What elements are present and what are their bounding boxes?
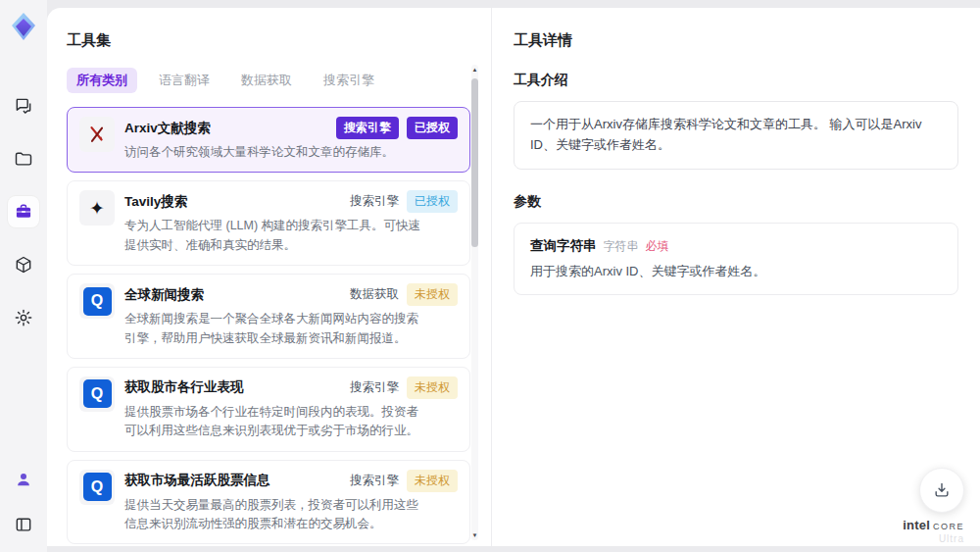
- param-type: 字符串: [604, 238, 639, 255]
- tab-data-fetch[interactable]: 数据获取: [231, 68, 302, 93]
- intro-card: 一个用于从Arxiv存储库搜索科学论文和文章的工具。 输入可以是Arxiv ID…: [514, 101, 958, 170]
- category-label: 数据获取: [350, 286, 399, 303]
- toolbox-icon[interactable]: [8, 196, 39, 227]
- page-title: 工具集: [67, 31, 491, 50]
- tab-language-translation[interactable]: 语言翻译: [149, 68, 220, 93]
- tool-card-tavily[interactable]: ✦ Tavily搜索 搜索引擎 已授权 专为人工智能代理 (LLM) 构建的搜索…: [67, 180, 470, 266]
- param-card: 查询字符串 字符串 必填 用于搜索的Arxiv ID、关键字或作者姓名。: [514, 223, 958, 295]
- category-label: 搜索引擎: [350, 473, 399, 489]
- intro-heading: 工具介绍: [514, 72, 958, 89]
- tool-details-panel: 工具详情 工具介绍 一个用于从Arxiv存储库搜索科学论文和文章的工具。 输入可…: [492, 8, 980, 546]
- juhe-q-logo-icon: Q: [79, 376, 115, 412]
- auth-badge: 未授权: [407, 470, 458, 492]
- intel-product-text: core: [933, 518, 964, 532]
- tool-description: 全球新闻搜索是一个聚合全球各大新闻网站内容的搜索引擎，帮助用户快速获取全球最新资…: [124, 310, 426, 348]
- intel-brand-text: intel: [903, 518, 930, 532]
- scrollbar-thumb[interactable]: [471, 78, 478, 247]
- category-label: 搜索引擎: [350, 379, 399, 396]
- download-button[interactable]: [919, 468, 964, 513]
- folder-icon[interactable]: [8, 143, 39, 175]
- details-title: 工具详情: [514, 31, 958, 50]
- scroll-down-arrow[interactable]: ▼: [471, 530, 478, 540]
- user-icon[interactable]: [8, 464, 39, 495]
- tool-description: 访问各个研究领域大量科学论文和文章的存储库。: [124, 143, 426, 162]
- tool-card-stock-sectors[interactable]: Q 获取股市各行业表现 搜索引擎 未授权 提供股票市场各个行业在特定时间段内的表…: [67, 367, 470, 452]
- param-required-badge: 必填: [646, 238, 669, 255]
- main-surface: 工具集 所有类别 语言翻译 数据获取 搜索引擎 Arxiv文献搜索: [47, 8, 980, 546]
- tavily-star-logo-icon: ✦: [79, 190, 115, 226]
- category-label: 搜索引擎: [350, 193, 399, 210]
- auth-badge: 未授权: [407, 283, 458, 306]
- tab-all-categories[interactable]: 所有类别: [67, 68, 137, 93]
- tool-name: Arxiv文献搜索: [124, 120, 211, 137]
- intel-variant-text: Ultra: [903, 533, 964, 544]
- chat-icon[interactable]: [8, 90, 39, 122]
- category-tabs: 所有类别 语言翻译 数据获取 搜索引擎: [67, 68, 491, 93]
- list-scrollbar[interactable]: ▲ ▼: [471, 65, 478, 540]
- scroll-up-arrow[interactable]: ▲: [471, 65, 478, 75]
- tool-name: Tavily搜索: [124, 193, 187, 211]
- tool-list: Arxiv文献搜索 搜索引擎 已授权 访问各个研究领域大量科学论文和文章的存储库…: [67, 107, 470, 546]
- param-name: 查询字符串: [530, 237, 597, 255]
- tool-name: 获取股市各行业表现: [124, 378, 244, 396]
- arxiv-logo-icon: [79, 117, 115, 152]
- param-description: 用于搜索的Arxiv ID、关键字或作者姓名。: [530, 263, 942, 280]
- panel-toggle-icon[interactable]: [8, 509, 39, 540]
- auth-badge: 已授权: [407, 117, 458, 139]
- tool-name: 获取市场最活跃股票信息: [124, 472, 270, 489]
- tool-name: 全球新闻搜索: [124, 286, 204, 304]
- auth-badge: 未授权: [407, 376, 458, 399]
- juhe-q-logo-icon: Q: [79, 470, 115, 505]
- tool-card-active-stocks[interactable]: Q 获取市场最活跃股票信息 搜索引擎 未授权 提供当天交易量最高的股票列表，投资…: [67, 460, 470, 545]
- settings-icon[interactable]: [8, 302, 39, 333]
- juhe-q-logo-icon: Q: [79, 283, 115, 319]
- rail-bottom: [8, 464, 39, 540]
- app-logo[interactable]: [7, 10, 40, 43]
- tool-description: 专为人工智能代理 (LLM) 构建的搜索引擎工具。可快速提供实时、准确和真实的结…: [124, 217, 426, 255]
- tool-card-arxiv[interactable]: Arxiv文献搜索 搜索引擎 已授权 访问各个研究领域大量科学论文和文章的存储库…: [67, 107, 470, 173]
- tool-description: 提供股票市场各个行业在特定时间段内的表现。投资者可以利用这些信息来识别表现优于或…: [124, 403, 426, 441]
- params-heading: 参数: [514, 193, 958, 211]
- rail-nav: [8, 90, 39, 333]
- left-rail: [0, 0, 47, 552]
- tool-list-panel: 工具集 所有类别 语言翻译 数据获取 搜索引擎 Arxiv文献搜索: [47, 8, 492, 546]
- tool-card-global-news[interactable]: Q 全球新闻搜索 数据获取 未授权 全球新闻搜索是一个聚合全球各大新闻网站内容的…: [67, 274, 470, 359]
- category-badge: 搜索引擎: [336, 117, 399, 139]
- tab-search-engine[interactable]: 搜索引擎: [314, 68, 384, 93]
- tool-description: 提供当天交易量最高的股票列表，投资者可以利用这些信息来识别流动性强的股票和潜在的…: [124, 496, 426, 534]
- download-icon: [932, 480, 952, 500]
- auth-badge: 已授权: [407, 190, 458, 213]
- intel-core-logo: intelcore Ultra: [903, 516, 964, 544]
- package-icon[interactable]: [8, 249, 39, 280]
